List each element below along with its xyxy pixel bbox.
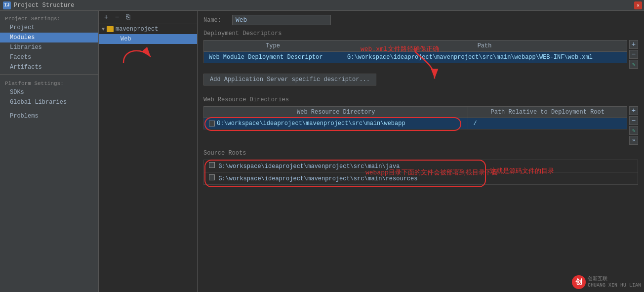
- deployment-type-cell: Web Module Deployment Descriptor: [204, 52, 342, 63]
- web-resource-edit-button[interactable]: ✎: [629, 126, 638, 135]
- platform-settings-label: Platform Settings:: [0, 77, 98, 87]
- web-resource-col-dir: Web Resource Directory: [204, 107, 468, 118]
- sidebar-item-project[interactable]: Project: [0, 23, 98, 33]
- web-resource-col-path: Path Relative to Deployment Root: [468, 107, 627, 118]
- tree-copy-button[interactable]: ⎘: [123, 13, 132, 22]
- web-resource-table: Web Resource Directory Path Relative to …: [203, 106, 627, 129]
- sidebar-item-libraries[interactable]: Libraries: [0, 42, 98, 52]
- add-server-button[interactable]: Add Application Server specific descript…: [203, 74, 376, 85]
- tree-child-node[interactable]: Web: [99, 34, 197, 44]
- sidebar-item-global-libraries[interactable]: Global Libraries: [0, 97, 98, 107]
- name-label: Name:: [203, 17, 228, 24]
- watermark-icon: 创: [572, 275, 586, 289]
- deployment-path-cell: G:\workspace\ideaproject\mavenproject\sr…: [342, 52, 627, 63]
- tree-remove-button[interactable]: −: [113, 13, 121, 22]
- web-resource-title: Web Resource Directories: [203, 96, 638, 103]
- tree-root-node[interactable]: ▼ mavenproject: [99, 24, 197, 34]
- sidebar-item-artifacts[interactable]: Artifacts: [0, 62, 98, 72]
- sidebar-divider: [0, 74, 98, 75]
- source-root-row-1[interactable]: G:\workspace\ideaproject\mavenproject\sr…: [204, 172, 638, 185]
- tree-toolbar: + − ⎘: [99, 11, 197, 24]
- web-resource-checkbox[interactable]: [209, 121, 215, 126]
- name-value: Web: [232, 15, 331, 25]
- close-button[interactable]: ✕: [634, 1, 642, 9]
- deployment-edit-button[interactable]: ✎: [629, 60, 638, 69]
- tree-child-label: Web: [121, 36, 131, 42]
- tree-panel: + − ⎘ ▼ mavenproject Web: [99, 11, 198, 292]
- source-roots-table: G:\workspace\ideaproject\mavenproject\sr…: [203, 160, 638, 185]
- deployment-col-type: Type: [204, 41, 342, 52]
- web-resource-table-row[interactable]: G:\workspace\ideaproject\mavenproject\sr…: [204, 118, 627, 129]
- sidebar-item-problems[interactable]: Problems: [0, 111, 98, 121]
- source-roots-title: Source Roots: [203, 150, 638, 157]
- deployment-side-buttons: + − ✎: [627, 40, 638, 69]
- watermark-text: 创新互联 CHUANG XIN HU LIAN: [588, 276, 641, 289]
- source-roots-section: Source Roots G:\workspace\ideaproject\ma…: [203, 150, 638, 185]
- deployment-remove-button[interactable]: −: [629, 50, 638, 59]
- content-panel: Name: Web Deployment Descriptors Type Pa…: [198, 11, 644, 292]
- module-icon: [112, 36, 119, 42]
- deployment-table: Type Path Web Module Deployment Descript…: [203, 40, 627, 63]
- project-settings-label: Project Settings:: [0, 13, 98, 23]
- web-resource-path-cell: /: [468, 118, 627, 129]
- tree-add-button[interactable]: +: [102, 13, 111, 22]
- web-resource-dir-cell: G:\workspace\ideaproject\mavenproject\sr…: [204, 118, 468, 129]
- deployment-table-row[interactable]: Web Module Deployment Descriptor G:\work…: [204, 52, 627, 63]
- sidebar-item-sdks[interactable]: SDKs: [0, 87, 98, 97]
- tree-root-label: mavenproject: [116, 26, 158, 33]
- sidebar: Project Settings: Project Modules Librar…: [0, 11, 99, 292]
- name-field-row: Name: Web: [203, 15, 638, 25]
- folder-icon: [107, 26, 114, 32]
- web-resource-add-button[interactable]: +: [629, 106, 638, 115]
- source-root-row-0[interactable]: G:\workspace\ideaproject\mavenproject\sr…: [204, 160, 638, 172]
- deployment-col-path: Path: [342, 41, 627, 52]
- source-root-checkbox-0[interactable]: [209, 162, 215, 168]
- deployment-table-container: Type Path Web Module Deployment Descript…: [203, 40, 638, 69]
- web-resource-more-button[interactable]: »: [629, 136, 638, 145]
- web-resource-side-buttons: + − ✎ »: [627, 106, 638, 145]
- title-text: Project Structure: [14, 2, 74, 9]
- source-root-checkbox-1[interactable]: [209, 174, 215, 180]
- tree-expand-arrow: ▼: [102, 27, 105, 32]
- deployment-add-button[interactable]: +: [629, 40, 638, 49]
- sidebar-item-facets[interactable]: Facets: [0, 52, 98, 62]
- source-root-cell-1: G:\workspace\ideaproject\mavenproject\sr…: [204, 172, 638, 185]
- sidebar-item-modules[interactable]: Modules: [0, 33, 98, 42]
- web-resource-table-container: Web Resource Directory Path Relative to …: [203, 106, 638, 145]
- watermark: 创 创新互联 CHUANG XIN HU LIAN: [572, 275, 641, 289]
- source-root-cell-0: G:\workspace\ideaproject\mavenproject\sr…: [204, 160, 638, 172]
- title-bar: IJ Project Structure ✕: [0, 0, 644, 11]
- main-container: Project Settings: Project Modules Librar…: [0, 11, 644, 292]
- app-icon: IJ: [3, 1, 11, 9]
- web-resource-remove-button[interactable]: −: [629, 116, 638, 125]
- deployment-descriptors-title: Deployment Descriptors: [203, 30, 638, 37]
